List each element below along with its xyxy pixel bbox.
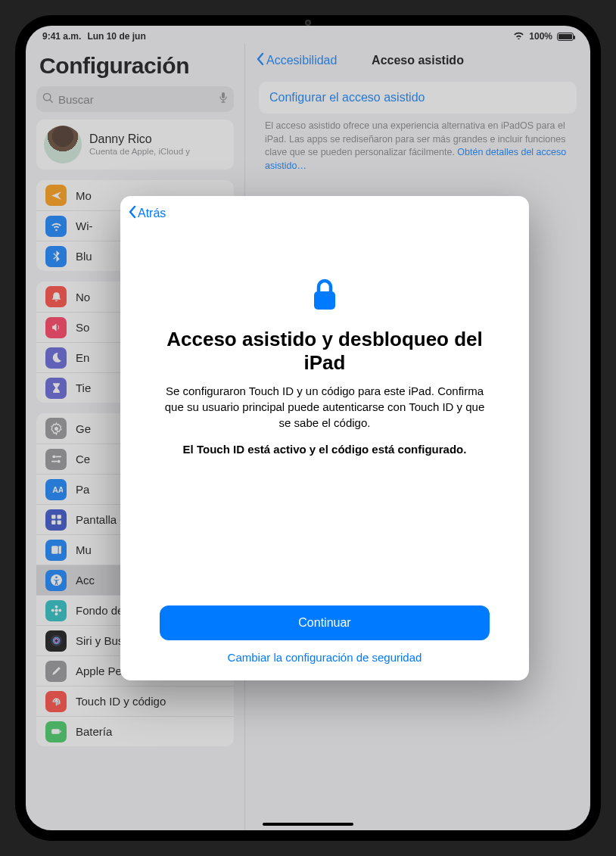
assistive-access-modal: Atrás Acceso asistido y desbloqueo del i… bbox=[120, 196, 529, 680]
chevron-left-icon bbox=[128, 205, 137, 222]
change-security-settings-link[interactable]: Cambiar la configuración de seguridad bbox=[120, 651, 529, 664]
continue-button[interactable]: Continuar bbox=[160, 605, 490, 640]
modal-heading: Acceso asistido y desbloqueo del iPad bbox=[160, 328, 490, 374]
lock-icon bbox=[310, 276, 340, 316]
modal-back-label: Atrás bbox=[138, 207, 166, 220]
home-indicator[interactable] bbox=[263, 823, 353, 826]
modal-paragraph: Se configuraron Touch ID y un código par… bbox=[160, 383, 490, 431]
modal-status-line: El Touch ID está activo y el código está… bbox=[183, 443, 467, 456]
front-camera bbox=[305, 20, 311, 26]
modal-back-button[interactable]: Atrás bbox=[128, 205, 166, 222]
svg-rect-27 bbox=[314, 291, 335, 310]
